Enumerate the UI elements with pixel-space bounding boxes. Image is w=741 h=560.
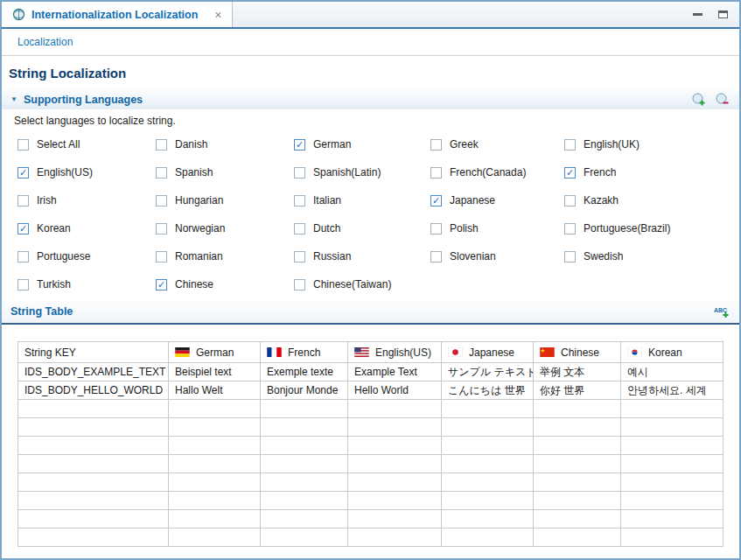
language-option-japanese[interactable]: ✓Japanese — [430, 186, 564, 214]
add-string-icon[interactable]: ABC — [714, 304, 731, 319]
breadcrumb-localization[interactable]: Localization — [17, 36, 73, 48]
language-option-russian[interactable]: Russian — [294, 242, 430, 270]
unchecked-checkbox-icon[interactable] — [294, 167, 305, 178]
checked-checkbox-icon[interactable]: ✓ — [564, 167, 576, 178]
translation-cell[interactable]: Exemple texte — [261, 363, 348, 382]
unchecked-checkbox-icon[interactable] — [430, 251, 442, 262]
language-option-italian[interactable]: Italian — [294, 186, 430, 214]
language-option-portuguese-brazil[interactable]: Portuguese(Brazil) — [564, 214, 739, 242]
empty-cell — [169, 437, 261, 455]
translation-cell[interactable]: Bonjour Monde — [261, 382, 348, 400]
translation-cell[interactable]: 안녕하세요. 세계 — [621, 382, 724, 400]
unchecked-checkbox-icon[interactable] — [156, 139, 167, 150]
language-option-select-all[interactable]: Select All — [17, 130, 156, 158]
translation-cell[interactable]: 举例 文本 — [534, 363, 621, 382]
unchecked-checkbox-icon[interactable] — [564, 139, 576, 150]
checked-checkbox-icon[interactable]: ✓ — [17, 223, 29, 234]
checked-checkbox-icon[interactable]: ✓ — [17, 167, 29, 178]
us-flag-icon — [354, 347, 369, 357]
column-header-german[interactable]: German — [169, 342, 261, 363]
unchecked-checkbox-icon[interactable] — [430, 167, 442, 178]
column-header-english-us[interactable]: English(US) — [348, 342, 442, 363]
tab-internationalization-localization[interactable]: Internationalization Localization × — [2, 2, 233, 27]
language-option-turkish[interactable]: Turkish — [17, 270, 156, 298]
string-table-body: IDS_BODY_EXAMPLE_TEXTBeispiel textExempl… — [18, 363, 724, 547]
language-option-label: German — [313, 138, 351, 150]
translation-cell[interactable]: 예시 — [621, 363, 724, 382]
empty-cell — [348, 492, 442, 510]
translation-cell[interactable]: サンプル テキスト — [442, 363, 534, 382]
language-option-label: Norwegian — [175, 222, 225, 234]
window-controls — [691, 2, 739, 27]
language-option-label: Chinese(Taiwan) — [313, 278, 391, 290]
language-option-kazakh[interactable]: Kazakh — [564, 186, 739, 214]
translation-cell[interactable]: Example Text — [348, 363, 442, 382]
language-option-portuguese[interactable]: Portuguese — [17, 242, 156, 270]
language-option-chinese-taiwan[interactable]: Chinese(Taiwan) — [294, 270, 430, 298]
unchecked-checkbox-icon[interactable] — [17, 251, 29, 262]
unchecked-checkbox-icon[interactable] — [156, 195, 167, 206]
unchecked-checkbox-icon[interactable] — [430, 223, 442, 234]
unchecked-checkbox-icon[interactable] — [294, 223, 305, 234]
close-tab-icon[interactable]: × — [214, 9, 221, 21]
language-option-english-uk[interactable]: English(UK) — [564, 130, 739, 158]
language-option-danish[interactable]: Danish — [156, 130, 294, 158]
checked-checkbox-icon[interactable]: ✓ — [294, 139, 305, 150]
language-option-french-canada[interactable]: French(Canada) — [430, 158, 564, 186]
language-option-polish[interactable]: Polish — [430, 214, 564, 242]
language-option-spanish[interactable]: Spanish — [156, 158, 294, 186]
unchecked-checkbox-icon[interactable] — [564, 251, 576, 262]
translation-cell[interactable]: Hello World — [348, 382, 442, 400]
unchecked-checkbox-icon[interactable] — [294, 251, 305, 262]
language-option-greek[interactable]: Greek — [430, 130, 564, 158]
language-option-irish[interactable]: Irish — [17, 186, 156, 214]
language-option-hungarian[interactable]: Hungarian — [156, 186, 294, 214]
string-key-cell[interactable]: IDS_BODY_EXAMPLE_TEXT — [18, 363, 169, 382]
minimize-button[interactable] — [691, 9, 703, 21]
column-header-chinese[interactable]: Chinese — [534, 342, 621, 363]
checked-checkbox-icon[interactable]: ✓ — [430, 195, 442, 206]
language-option-french[interactable]: ✓French — [564, 158, 739, 186]
unchecked-checkbox-icon[interactable] — [17, 195, 29, 206]
language-option-label: Greek — [450, 138, 479, 150]
language-option-chinese[interactable]: ✓Chinese — [156, 270, 294, 298]
remove-language-icon[interactable] — [714, 92, 731, 108]
language-option-norwegian[interactable]: Norwegian — [156, 214, 294, 242]
language-option-dutch[interactable]: Dutch — [294, 214, 430, 242]
language-option-romanian[interactable]: Romanian — [156, 242, 294, 270]
translation-cell[interactable]: こんにちは 世界 — [442, 382, 534, 400]
unchecked-checkbox-icon[interactable] — [156, 251, 167, 262]
collapse-icon[interactable]: ▼ — [10, 95, 17, 103]
language-option-english-us[interactable]: ✓English(US) — [17, 158, 156, 186]
maximize-button[interactable] — [717, 9, 729, 21]
column-header-string-key[interactable]: String KEY — [18, 342, 169, 363]
language-option-swedish[interactable]: Swedish — [564, 242, 739, 270]
unchecked-checkbox-icon[interactable] — [156, 223, 167, 234]
unchecked-checkbox-icon[interactable] — [17, 139, 29, 150]
column-header-korean[interactable]: Korean — [621, 342, 724, 363]
unchecked-checkbox-icon[interactable] — [294, 279, 305, 290]
empty-cell — [534, 400, 621, 418]
translation-cell[interactable]: 你好 世界 — [534, 382, 621, 400]
string-key-cell[interactable]: IDS_BODY_HELLO_WORLD — [18, 382, 169, 400]
supporting-languages-header[interactable]: ▼ Supporting Languages — [2, 89, 739, 109]
unchecked-checkbox-icon[interactable] — [564, 223, 576, 234]
unchecked-checkbox-icon[interactable] — [430, 139, 442, 150]
column-header-french[interactable]: French — [261, 342, 348, 363]
language-option-german[interactable]: ✓German — [294, 130, 430, 158]
tab-bar: Internationalization Localization × — [2, 2, 739, 29]
empty-cell — [621, 473, 724, 492]
add-language-icon[interactable] — [690, 92, 707, 108]
unchecked-checkbox-icon[interactable] — [17, 279, 29, 290]
language-option-spanish-latin[interactable]: Spanish(Latin) — [294, 158, 430, 186]
unchecked-checkbox-icon[interactable] — [156, 167, 167, 178]
unchecked-checkbox-icon[interactable] — [294, 195, 305, 206]
checked-checkbox-icon[interactable]: ✓ — [156, 279, 167, 290]
unchecked-checkbox-icon[interactable] — [564, 195, 576, 206]
empty-table-row — [18, 455, 724, 473]
column-header-japanese[interactable]: Japanese — [442, 342, 534, 363]
translation-cell[interactable]: Hallo Welt — [169, 382, 261, 400]
translation-cell[interactable]: Beispiel text — [169, 363, 261, 382]
language-option-korean[interactable]: ✓Korean — [17, 214, 156, 242]
language-option-slovenian[interactable]: Slovenian — [430, 242, 564, 270]
